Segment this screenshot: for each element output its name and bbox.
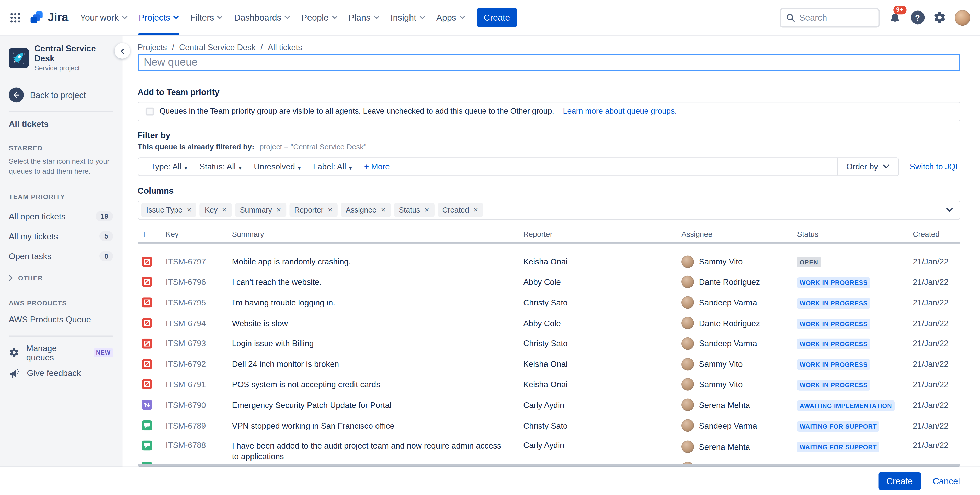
create-issue-button[interactable]: Create: [477, 8, 517, 27]
issue-key[interactable]: ITSM-6790: [165, 400, 232, 410]
switch-to-jql-link[interactable]: Switch to JQL: [910, 162, 960, 171]
chip-remove-icon[interactable]: ×: [222, 207, 227, 213]
column-header-status: Status: [797, 230, 913, 239]
table-row[interactable]: ITSM-6788I have been added to the audit …: [137, 436, 960, 462]
issue-summary[interactable]: I'm having trouble logging in.: [232, 297, 523, 308]
issue-key[interactable]: ITSM-6793: [165, 339, 232, 348]
back-to-project[interactable]: Back to project: [9, 87, 113, 103]
nav-item-insight[interactable]: Insight: [385, 0, 431, 35]
status-cell: WORK IN PROGRESS: [797, 379, 913, 390]
filter-dropdown-label[interactable]: Label: All▾: [307, 162, 358, 171]
issue-key[interactable]: ITSM-6791: [165, 380, 232, 389]
issue-key[interactable]: ITSM-6792: [165, 359, 232, 369]
filter-bar: Type: All▾Status: All▾Unresolved▾Label: …: [137, 157, 899, 176]
columns-select[interactable]: Issue Type×Key×Summary×Reporter×Assignee…: [137, 200, 960, 220]
issue-summary[interactable]: Mobile app is randomly crashing.: [232, 256, 523, 267]
sidebar-item-open-tasks[interactable]: Open tasks0: [9, 246, 113, 266]
nav-item-filters[interactable]: Filters: [185, 0, 229, 35]
nav-item-projects[interactable]: Projects: [133, 0, 185, 35]
table-row[interactable]: ITSM-6797Mobile app is randomly crashing…: [137, 251, 960, 272]
issue-key[interactable]: ITSM-6788: [165, 436, 232, 450]
issue-key[interactable]: ITSM-6796: [165, 278, 232, 287]
issue-summary[interactable]: Dell 24 inch monitor is broken: [232, 359, 523, 369]
horizontal-scrollbar[interactable]: [137, 464, 960, 467]
table-row[interactable]: ITSM-6792Dell 24 inch monitor is brokenK…: [137, 354, 960, 374]
chip-remove-icon[interactable]: ×: [276, 207, 281, 213]
settings-gear-icon[interactable]: [932, 11, 946, 24]
sidebar-item-all-tickets[interactable]: All tickets: [9, 119, 113, 129]
nav-item-dashboards[interactable]: Dashboards: [229, 0, 296, 35]
queue-name-input[interactable]: [137, 54, 960, 71]
project-header[interactable]: Central Service Desk Service project: [9, 44, 113, 72]
filter-dropdown-status[interactable]: Status: All▾: [193, 162, 247, 171]
nav-item-people[interactable]: People: [296, 0, 343, 35]
issue-key[interactable]: ITSM-6795: [165, 298, 232, 307]
issue-key[interactable]: ITSM-6789: [165, 420, 232, 430]
assignee-avatar: [681, 276, 694, 288]
table-row[interactable]: ITSM-6795I'm having trouble logging in.C…: [137, 292, 960, 313]
assignee-name: Sammy Vito: [699, 359, 743, 369]
manage-queues-item[interactable]: Manage queues NEW: [9, 343, 113, 363]
reporter-name: Abby Cole: [523, 318, 681, 328]
issue-type-incident-icon: [142, 359, 152, 369]
issue-summary[interactable]: I can't reach the website.: [232, 277, 523, 287]
sidebar-item-all-my-tickets[interactable]: All my tickets5: [9, 226, 113, 246]
column-header-summary: Summary: [232, 230, 523, 239]
table-row[interactable]: ITSM-6789VPN stopped working in San Fran…: [137, 415, 960, 436]
filter-dropdown-unresolved[interactable]: Unresolved▾: [248, 162, 307, 171]
nav-item-your-work[interactable]: Your work: [75, 0, 133, 35]
search-input[interactable]: [799, 13, 873, 22]
give-feedback-item[interactable]: Give feedback: [9, 363, 113, 384]
more-filters-button[interactable]: + More: [358, 162, 396, 171]
chip-remove-icon[interactable]: ×: [381, 207, 386, 213]
breadcrumb-item[interactable]: All tickets: [268, 43, 302, 52]
nav-item-plans[interactable]: Plans: [343, 0, 385, 35]
assignee-cell: Sammy Vito: [681, 358, 797, 370]
app-switcher-icon[interactable]: [9, 11, 21, 24]
table-row[interactable]: ITSM-6793Login issue with BillingChristy…: [137, 333, 960, 354]
chip-label: Created: [442, 206, 469, 214]
assignee-cell: Sammy Vito: [681, 378, 797, 391]
create-queue-button[interactable]: Create: [878, 472, 921, 490]
team-priority-checkbox[interactable]: [146, 107, 154, 116]
chip-remove-icon[interactable]: ×: [187, 207, 192, 213]
issue-summary[interactable]: Emergency Security Patch Update for Port…: [232, 400, 523, 411]
nav-item-label: Filters: [190, 13, 214, 22]
issue-type-incident-icon: [142, 277, 152, 287]
jira-logo[interactable]: Jira: [30, 11, 68, 24]
issue-key[interactable]: ITSM-6797: [165, 257, 232, 267]
issue-summary[interactable]: VPN stopped working in San Francisco off…: [232, 420, 523, 431]
issue-summary[interactable]: I have been added to the audit project t…: [232, 436, 523, 462]
table-row[interactable]: ITSM-6791POS system is not accepting cre…: [137, 374, 960, 395]
assignee-name: Serena Mehta: [699, 442, 750, 452]
order-by-button[interactable]: Order by: [837, 158, 899, 175]
table-row[interactable]: ITSM-6790Emergency Security Patch Update…: [137, 395, 960, 415]
nav-item-label: People: [301, 13, 329, 22]
status-badge: WORK IN PROGRESS: [797, 359, 870, 370]
queue-groups-link[interactable]: Learn more about queue groups.: [563, 107, 676, 116]
chip-remove-icon[interactable]: ×: [473, 207, 478, 213]
table-row[interactable]: ITSM-6794Website is slowAbby ColeDante R…: [137, 313, 960, 333]
issue-key[interactable]: ITSM-6794: [165, 318, 232, 328]
breadcrumb-item[interactable]: Projects: [137, 43, 167, 52]
issue-summary[interactable]: Website is slow: [232, 318, 523, 328]
chip-remove-icon[interactable]: ×: [425, 207, 430, 213]
nav-item-apps[interactable]: Apps: [431, 0, 471, 35]
cancel-button[interactable]: Cancel: [933, 476, 960, 486]
issue-summary[interactable]: Login issue with Billing: [232, 338, 523, 349]
help-icon[interactable]: ?: [910, 11, 924, 24]
created-date: 21/Jan/22: [913, 318, 960, 328]
issue-summary[interactable]: POS system is not accepting credit cards: [232, 379, 523, 390]
chip-remove-icon[interactable]: ×: [328, 207, 332, 213]
sidebar-item-all-open-tickets[interactable]: All open tickets19: [9, 206, 113, 226]
table-row[interactable]: ITSM-6796I can't reach the website.Abby …: [137, 272, 960, 292]
user-avatar[interactable]: [955, 10, 970, 25]
breadcrumb-item[interactable]: Central Service Desk: [179, 43, 256, 52]
sidebar-item-aws-products-queue[interactable]: AWS Products Queue: [9, 315, 113, 324]
chevron-down-icon[interactable]: [945, 208, 953, 213]
sidebar-collapse-button[interactable]: [115, 43, 130, 59]
issue-type-cell: [137, 400, 165, 410]
filter-dropdown-type[interactable]: Type: All▾: [145, 162, 193, 171]
sidebar-section-other[interactable]: OTHER: [9, 274, 113, 282]
notifications-bell-icon[interactable]: 9+: [888, 10, 902, 25]
